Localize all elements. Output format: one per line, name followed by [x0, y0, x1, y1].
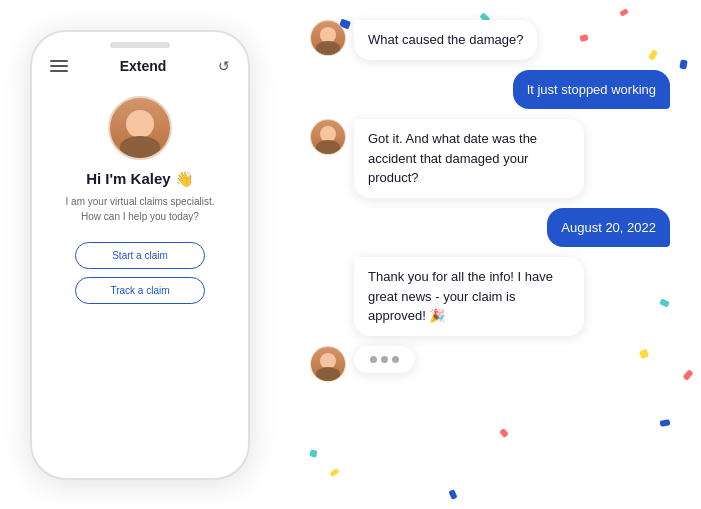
agent-avatar [310, 119, 346, 155]
agent-bubble: Thank you for all the info! I have great… [354, 257, 584, 336]
chat-message-row: What caused the damage? [310, 20, 670, 60]
agent-avatar [310, 346, 346, 382]
hamburger-icon[interactable] [50, 60, 68, 72]
confetti-piece [679, 59, 687, 69]
dot-3 [392, 356, 399, 363]
start-claim-button[interactable]: Start a claim [75, 242, 205, 269]
confetti-piece [309, 449, 318, 458]
agent-bubble: What caused the damage? [354, 20, 537, 60]
typing-indicator [354, 346, 415, 373]
chat-message-row: It just stopped working [310, 70, 670, 110]
confetti-piece [499, 428, 509, 438]
app-logo: Extend [120, 58, 167, 74]
user-bubble: August 20, 2022 [547, 208, 670, 248]
dot-1 [370, 356, 377, 363]
confetti-piece [448, 489, 457, 500]
track-claim-button[interactable]: Track a claim [75, 277, 205, 304]
chat-message-row [310, 346, 670, 382]
refresh-icon[interactable]: ↺ [218, 58, 230, 74]
agent-bubble: Got it. And what date was the accident t… [354, 119, 584, 198]
phone-frame: Extend ↺ Hi I'm Kaley 👋 I am your virtua… [30, 30, 250, 480]
user-bubble: It just stopped working [513, 70, 670, 110]
confetti-piece [619, 8, 628, 16]
phone-content: Hi I'm Kaley 👋 I am your virtual claims … [32, 80, 248, 328]
phone-header: Extend ↺ [32, 48, 248, 80]
phone-mockup: Extend ↺ Hi I'm Kaley 👋 I am your virtua… [30, 30, 250, 480]
chat-message-row: August 20, 2022 [310, 208, 670, 248]
agent-avatar [310, 20, 346, 56]
confetti-piece [660, 419, 671, 427]
subtitle-text: I am your virtual claims specialist. How… [66, 194, 215, 224]
greeting-text: Hi I'm Kaley 👋 [86, 170, 194, 188]
chat-message-row: Thank you for all the info! I have great… [310, 257, 670, 336]
chat-message-row: Got it. And what date was the accident t… [310, 119, 670, 198]
avatar [108, 96, 172, 160]
chat-window: What caused the damage? It just stopped … [310, 20, 670, 392]
confetti-piece [329, 468, 339, 477]
dot-2 [381, 356, 388, 363]
confetti-piece [682, 369, 693, 381]
